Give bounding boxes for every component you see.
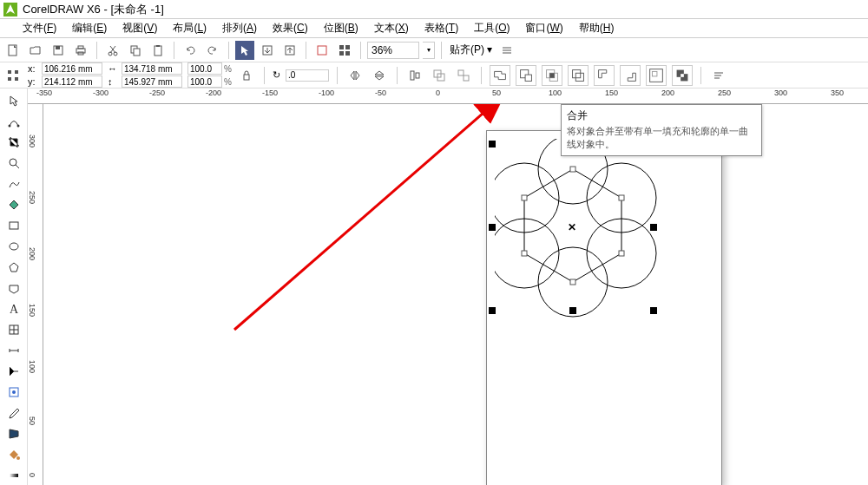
svg-rect-65	[522, 195, 527, 200]
pick-tool[interactable]	[2, 90, 26, 110]
print-icon[interactable]	[71, 41, 90, 60]
svg-rect-25	[416, 73, 419, 78]
svg-rect-41	[681, 74, 684, 77]
svg-rect-18	[345, 51, 350, 56]
basic-shapes-tool[interactable]	[2, 278, 26, 298]
back-minus-front-button[interactable]	[620, 65, 641, 86]
doc-title: [未命名 -1]	[110, 2, 163, 17]
front-minus-back-button[interactable]	[594, 65, 615, 86]
paste-icon[interactable]	[148, 41, 168, 60]
position-icon	[3, 66, 23, 85]
eyedropper-tool[interactable]	[2, 403, 26, 423]
options-icon[interactable]	[497, 41, 516, 60]
cut-icon[interactable]	[103, 41, 122, 60]
menu-help[interactable]: 帮助(H)	[577, 19, 616, 37]
redo-icon[interactable]	[203, 41, 222, 60]
undo-icon[interactable]	[181, 41, 200, 60]
pick-tool-icon[interactable]	[235, 41, 254, 60]
table-tool[interactable]	[2, 319, 26, 339]
fill-tool[interactable]	[2, 444, 26, 464]
menu-bitmap[interactable]: 位图(B)	[322, 19, 360, 37]
open-file-icon[interactable]	[26, 41, 45, 60]
width-input[interactable]	[122, 62, 182, 75]
zoom-dropdown[interactable]: ▾	[423, 42, 435, 59]
ellipse-tool[interactable]	[2, 236, 26, 256]
zoom-input[interactable]	[367, 42, 419, 59]
menu-arrange[interactable]: 排列(A)	[220, 19, 259, 37]
publish-pdf-icon[interactable]	[312, 41, 332, 60]
svg-rect-22	[15, 77, 18, 81]
menu-text[interactable]: 文本(X)	[372, 19, 411, 37]
mirror-h-icon[interactable]	[345, 66, 365, 85]
weld-button[interactable]	[490, 65, 510, 86]
trim-button[interactable]	[516, 65, 536, 86]
menu-layout[interactable]: 布局(L)	[171, 19, 208, 37]
svg-rect-31	[525, 75, 531, 81]
export-icon[interactable]	[280, 41, 299, 60]
rotation-input[interactable]	[286, 69, 329, 82]
align-icon[interactable]	[405, 66, 424, 85]
selection-handle[interactable]	[569, 307, 576, 314]
boundary-button[interactable]	[646, 65, 667, 86]
menu-window[interactable]: 窗口(W)	[523, 19, 564, 37]
svg-point-50	[12, 390, 16, 394]
interactive-tool[interactable]	[2, 382, 26, 402]
polygon-tool[interactable]	[2, 257, 26, 277]
scale-x-input[interactable]	[187, 62, 222, 75]
snap-menu[interactable]: 贴齐(P) ▾	[448, 41, 494, 59]
scale-y-input[interactable]	[187, 75, 222, 88]
copy-icon[interactable]	[126, 41, 145, 60]
rectangle-tool[interactable]	[2, 215, 26, 235]
import-icon[interactable]	[258, 41, 277, 60]
menu-table[interactable]: 表格(T)	[423, 19, 460, 37]
new-file-icon[interactable]	[3, 41, 23, 60]
menu-effects[interactable]: 效果(C)	[271, 19, 310, 37]
menu-file[interactable]: 文件(F)	[21, 19, 58, 37]
combine-button[interactable]	[672, 65, 693, 86]
smart-fill-tool[interactable]	[2, 194, 26, 214]
order-icon[interactable]	[709, 66, 728, 85]
interactive-fill-tool[interactable]	[2, 465, 26, 485]
connector-tool[interactable]	[2, 361, 26, 381]
x-position-input[interactable]	[42, 62, 102, 75]
selected-objects[interactable]	[495, 139, 703, 347]
simplify-button[interactable]	[568, 65, 589, 86]
menu-view[interactable]: 视图(V)	[121, 19, 159, 37]
canvas-wrap: -350 -300 -250 -200 -150 -100 -50 0 50 1…	[28, 88, 868, 485]
svg-rect-24	[411, 71, 414, 80]
svg-rect-16	[345, 45, 350, 49]
selection-handle[interactable]	[489, 141, 496, 147]
rotation-icon: ↻	[273, 69, 280, 81]
freehand-tool[interactable]	[2, 174, 26, 193]
crop-tool[interactable]	[2, 132, 26, 152]
selection-center-icon[interactable]: ✕	[568, 221, 576, 230]
menu-tools[interactable]: 工具(O)	[472, 19, 511, 37]
svg-rect-38	[652, 71, 657, 76]
text-tool[interactable]: A	[2, 298, 26, 318]
outline-tool[interactable]	[2, 423, 26, 443]
ungroup-icon[interactable]	[454, 66, 473, 85]
svg-point-46	[10, 243, 18, 250]
apps-icon[interactable]	[335, 41, 354, 60]
lock-ratio-icon[interactable]	[237, 66, 256, 85]
dimension-tool[interactable]	[2, 340, 26, 360]
group-icon[interactable]	[430, 66, 449, 85]
save-icon[interactable]	[49, 41, 68, 60]
svg-text:A: A	[10, 303, 19, 316]
mirror-v-icon[interactable]	[370, 66, 389, 85]
canvas[interactable]: ✕ 合并 将对象合并至带有单一填充和轮廓的单一曲线对象中。	[43, 104, 868, 485]
shape-tool[interactable]	[2, 111, 26, 131]
y-position-input[interactable]	[42, 75, 102, 88]
selection-handle[interactable]	[650, 307, 657, 314]
menu-bar: 文件(F) 编辑(E) 视图(V) 布局(L) 排列(A) 效果(C) 位图(B…	[0, 19, 868, 38]
tooltip-title: 合并	[567, 108, 756, 123]
selection-handle[interactable]	[489, 307, 496, 314]
intersect-button[interactable]	[542, 65, 562, 86]
selection-handle[interactable]	[489, 224, 496, 231]
menu-edit[interactable]: 编辑(E)	[70, 19, 108, 37]
zoom-tool[interactable]	[2, 153, 26, 173]
svg-rect-36	[575, 73, 583, 81]
height-input[interactable]	[122, 75, 182, 88]
selection-handle[interactable]	[650, 224, 657, 231]
svg-line-67	[234, 104, 503, 330]
